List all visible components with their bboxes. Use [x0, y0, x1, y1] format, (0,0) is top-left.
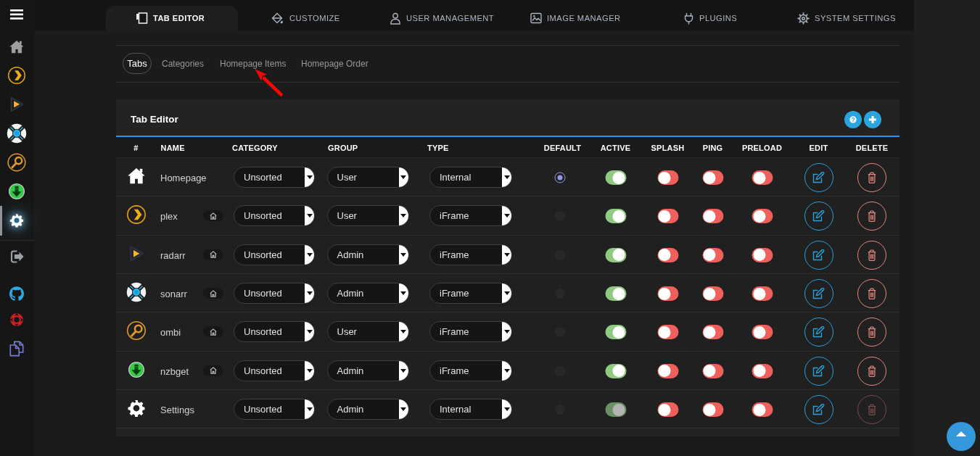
svg-text:?: ? [851, 116, 855, 123]
